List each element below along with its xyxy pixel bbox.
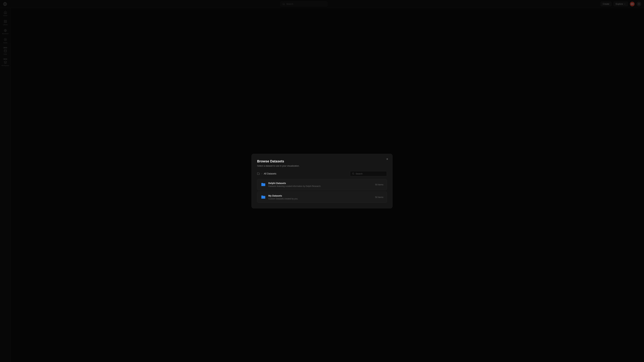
- browse-datasets-modal: Browse Datasets Select a dataset to use …: [252, 154, 322, 181]
- breadcrumb-chevron-icon: [261, 173, 263, 175]
- breadcrumb-folder-icon: [257, 172, 260, 175]
- breadcrumb-row: All Datasets: [257, 171, 322, 176]
- breadcrumb: All Datasets: [257, 172, 276, 175]
- modal-title: Browse Datasets: [257, 159, 322, 163]
- modal-subtitle: Select a dataset to use in your visualiz…: [257, 165, 322, 167]
- dataset-list: Delphi Datasets Datasets featuring curat…: [257, 179, 322, 181]
- breadcrumb-current: All Datasets: [264, 172, 276, 175]
- modal-overlay: Browse Datasets Select a dataset to use …: [0, 0, 322, 181]
- dataset-item-delphi[interactable]: Delphi Datasets Datasets featuring curat…: [257, 179, 322, 181]
